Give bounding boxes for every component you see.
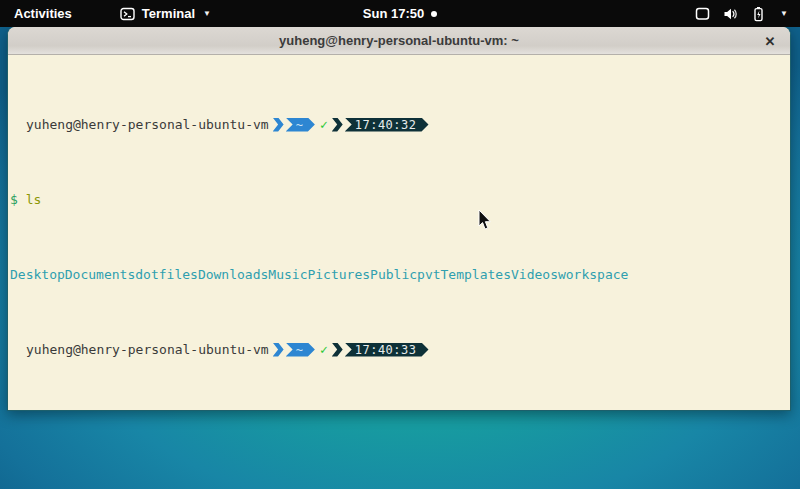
- terminal-icon: [120, 7, 135, 21]
- clock-button[interactable]: Sun 17:50: [363, 6, 437, 21]
- prompt-time-segment: 17:40:32: [345, 118, 429, 132]
- directory-item: Desktop: [10, 267, 65, 282]
- app-menu-terminal[interactable]: Terminal ▼: [114, 0, 217, 27]
- mouse-pointer-icon: [478, 209, 492, 235]
- top-bar: Activities Terminal ▼ Sun 17:50: [0, 0, 800, 27]
- directory-item: Public: [370, 267, 417, 282]
- volume-icon: [723, 7, 738, 21]
- prompt-symbol: $: [10, 192, 18, 207]
- chevron-down-icon: ▼: [203, 10, 211, 18]
- typed-command: ls: [26, 192, 42, 207]
- close-button[interactable]: ✕: [760, 31, 780, 51]
- activities-label: Activities: [14, 6, 72, 21]
- terminal-window: yuheng@henry-personal-ubuntu-vm: ~ ✕ yuh…: [7, 27, 791, 411]
- directory-item: Downloads: [198, 267, 268, 282]
- prompt-user-host: yuheng@henry-personal-ubuntu-vm: [26, 117, 269, 132]
- prompt-line-2: yuheng@henry-personal-ubuntu-vm ~ ✓ 17:4…: [10, 342, 790, 357]
- directory-item: Pictures: [307, 267, 370, 282]
- prompt-time-segment: 17:40:33: [345, 343, 429, 357]
- directory-item: Templates: [441, 267, 511, 282]
- directory-item: workspace: [558, 267, 628, 282]
- powerline-chevron-icon: [332, 118, 343, 132]
- directory-item: Music: [268, 267, 307, 282]
- directory-item: Videos: [511, 267, 558, 282]
- powerline-chevron-icon: [273, 343, 284, 357]
- prompt-line-1: yuheng@henry-personal-ubuntu-vm ~ ✓ 17:4…: [10, 117, 790, 132]
- window-title: yuheng@henry-personal-ubuntu-vm: ~: [279, 33, 519, 48]
- check-icon: ✓: [320, 342, 328, 357]
- window-titlebar[interactable]: yuheng@henry-personal-ubuntu-vm: ~ ✕: [8, 27, 790, 55]
- system-status-menu[interactable]: ▼: [683, 0, 800, 27]
- chevron-down-icon: ▼: [780, 10, 788, 18]
- prompt-user-host: yuheng@henry-personal-ubuntu-vm: [26, 342, 269, 357]
- desktop: { "top_bar": { "activities_label": "Acti…: [0, 0, 800, 489]
- directory-item: dotfiles: [135, 267, 198, 282]
- prompt-cwd-segment: ~: [286, 343, 315, 357]
- check-icon: ✓: [320, 117, 328, 132]
- notification-dot-icon: [431, 11, 437, 17]
- clock-label: Sun 17:50: [363, 6, 424, 21]
- screen-icon: [695, 6, 710, 21]
- powerline-chevron-icon: [332, 343, 343, 357]
- app-menu-label: Terminal: [142, 6, 195, 21]
- directory-item: Documents: [65, 267, 135, 282]
- activities-button[interactable]: Activities: [0, 0, 86, 27]
- terminal-screen[interactable]: yuheng@henry-personal-ubuntu-vm ~ ✓ 17:4…: [8, 55, 790, 410]
- prompt-cwd-segment: ~: [286, 118, 315, 132]
- directory-item: pvt: [417, 267, 440, 282]
- powerline-chevron-icon: [273, 118, 284, 132]
- command-line: $ ls: [10, 192, 790, 207]
- battery-charging-icon: [751, 6, 766, 22]
- ls-output-line: Desktop Documents dotfiles Downloads Mus…: [10, 267, 790, 282]
